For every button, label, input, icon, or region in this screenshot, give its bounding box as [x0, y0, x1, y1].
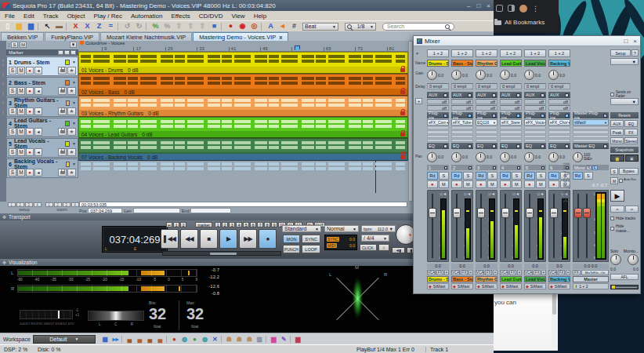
- workspace-4-icon[interactable]: ▄: [156, 335, 165, 343]
- workspace-2-icon[interactable]: ▄: [136, 335, 144, 343]
- object-editor-icon[interactable]: =: [106, 22, 116, 31]
- add-aux-button[interactable]: +: [415, 98, 422, 104]
- aux-send-2[interactable]: off: [548, 105, 570, 111]
- transport-scroll-thumb[interactable]: [210, 253, 237, 255]
- audio-clip[interactable]: 07 Voices - Backing Vocals 0 dB: [78, 159, 408, 161]
- browser-scrollbar[interactable]: [552, 293, 557, 351]
- channel-mute-button[interactable]: M: [512, 180, 523, 188]
- aux-send-1[interactable]: off: [451, 99, 473, 104]
- volume-fader[interactable]: [526, 208, 534, 218]
- marker-button[interactable]: marker: [195, 222, 212, 227]
- channel-select-box[interactable]: [517, 166, 520, 169]
- aux-send-1[interactable]: off: [476, 99, 497, 104]
- track-solo-button[interactable]: S: [9, 87, 16, 95]
- sends-dropdown[interactable]: ▼: [610, 98, 639, 105]
- delay-field[interactable]: 0 smpl: [548, 83, 570, 89]
- audio-clip[interactable]: 04 Voices - Lead Guitars 0 dB: [78, 117, 408, 138]
- channel-record-button[interactable]: ●: [476, 180, 487, 188]
- aux-send-2[interactable]: off: [476, 105, 497, 111]
- tempo-dropdown[interactable]: bpm112.0 ▼: [361, 225, 396, 232]
- channel-solo-button[interactable]: S: [512, 172, 523, 180]
- hand-2-icon[interactable]: ☗: [235, 335, 244, 343]
- volume-fader[interactable]: [453, 208, 461, 218]
- track-header[interactable]: 2 Bass - Stem ▼ S M ● ◄ ★: [6, 77, 78, 96]
- aux-header[interactable]: AUX: [524, 92, 546, 98]
- channel-menu-icon[interactable]: ≡: [541, 270, 546, 275]
- channel-solo-button[interactable]: S: [439, 172, 450, 180]
- track-favorite-button[interactable]: ★: [67, 148, 76, 156]
- empty-plugin-slot[interactable]: [451, 130, 473, 133]
- empty-plugin-slot[interactable]: [524, 135, 546, 138]
- auto-rec-checkbox[interactable]: [619, 179, 623, 183]
- sep[interactable]: [221, 23, 224, 31]
- locator-button[interactable]: 2: [180, 222, 186, 227]
- cut-icon[interactable]: X: [71, 22, 81, 31]
- snapshot-save-icon[interactable]: ▣: [625, 155, 639, 162]
- empty-plugin-slot[interactable]: [451, 139, 473, 142]
- gain-knob[interactable]: [476, 70, 486, 80]
- aux-toggle-box[interactable]: [565, 93, 569, 97]
- hand-3-icon[interactable]: ☗: [245, 335, 254, 343]
- output-routing[interactable]: ◆ StMast: [476, 283, 497, 289]
- empty-plugin-slot[interactable]: [524, 130, 546, 133]
- track-lock-button[interactable]: [58, 148, 67, 156]
- channel-name-bottom[interactable]: Backing Voc: [548, 276, 570, 282]
- track-header[interactable]: 5 Lead Vocals - Stem ▼ S M ● ◄ ★: [6, 138, 78, 158]
- aux-header[interactable]: AUX: [451, 92, 473, 98]
- plugins-toggle-box[interactable]: [516, 114, 520, 118]
- fx-button[interactable]: FX: [436, 270, 443, 275]
- export-icon[interactable]: ⇧: [186, 22, 196, 31]
- empty-plugin-slot[interactable]: [573, 130, 609, 133]
- vca-button[interactable]: VCA: [427, 270, 436, 275]
- pan-knob[interactable]: [500, 152, 510, 162]
- delay-field[interactable]: 0 smpl: [500, 83, 522, 89]
- track-monitor-icon[interactable]: ◄: [34, 87, 42, 95]
- channel-name-bottom[interactable]: Bass - Stem: [451, 276, 473, 282]
- vca-button[interactable]: VCA: [548, 270, 557, 275]
- channel-name[interactable]: Rhythm Guit: [476, 60, 497, 67]
- monitor-level-knob[interactable]: [628, 254, 639, 265]
- l-button[interactable]: L: [592, 166, 598, 170]
- channel-menu-icon[interactable]: ≡: [493, 270, 497, 275]
- empty-plugin-slot[interactable]: [476, 126, 497, 129]
- forward-button[interactable]: ▶▶: [239, 229, 257, 249]
- track-mute-button[interactable]: M: [17, 107, 25, 115]
- channel-name-bottom[interactable]: Lead Vocals: [524, 276, 546, 282]
- master-plugins-box[interactable]: [603, 114, 607, 118]
- plugins-header[interactable]: Plug-ins: [548, 112, 570, 118]
- auto-icon[interactable]: A: [266, 22, 276, 31]
- reset-button[interactable]: FX: [624, 129, 638, 136]
- empty-plugin-slot[interactable]: [548, 135, 570, 138]
- empty-plugin-slot[interactable]: [427, 130, 449, 133]
- empty-plugin-slot[interactable]: [476, 130, 497, 133]
- eq-header[interactable]: EQ: [524, 143, 546, 149]
- go-to-start-button[interactable]: ▌◀◀: [161, 229, 179, 249]
- all-mute-button[interactable]: M: [20, 42, 27, 48]
- marker-opt1-icon[interactable]: [58, 50, 63, 55]
- aux-toggle-box[interactable]: [492, 93, 496, 97]
- play-mode-dropdown[interactable]: Normal▼: [324, 225, 359, 232]
- track-options-icon[interactable]: ▼: [70, 42, 77, 48]
- import-icon[interactable]: ⇧: [174, 22, 184, 31]
- track-menu-icon[interactable]: ▼: [72, 162, 76, 166]
- empty-plugin-slot[interactable]: [548, 139, 570, 142]
- sends-on-fader-checkbox[interactable]: [610, 93, 614, 96]
- marker-number-button[interactable]: 9: [271, 222, 277, 227]
- pan-knob[interactable]: [451, 152, 461, 162]
- monitor-speaker-icon[interactable]: ◄: [516, 192, 519, 196]
- input-routing-button[interactable]: 1 + 2: [427, 49, 449, 57]
- plugins-toggle-box[interactable]: [565, 114, 569, 118]
- plugin-slot[interactable]: eFX_Chor▼: [548, 119, 570, 126]
- track-menu-icon[interactable]: ▼: [72, 141, 76, 146]
- track-lock-button[interactable]: [58, 169, 67, 176]
- track-solo-button[interactable]: S: [9, 148, 16, 156]
- channel-record-button[interactable]: ●: [451, 180, 462, 188]
- channel-mute-button[interactable]: M: [439, 180, 450, 188]
- vca-button[interactable]: VCA: [524, 270, 533, 275]
- channel-solo-button[interactable]: S: [487, 172, 498, 180]
- crossfade-icon[interactable]: X: [82, 22, 92, 31]
- read-automation-button[interactable]: Rd: [500, 172, 511, 180]
- hide-tracks-checkbox[interactable]: [610, 217, 614, 220]
- aux-toggle-box[interactable]: [443, 93, 447, 97]
- sep[interactable]: [146, 23, 149, 31]
